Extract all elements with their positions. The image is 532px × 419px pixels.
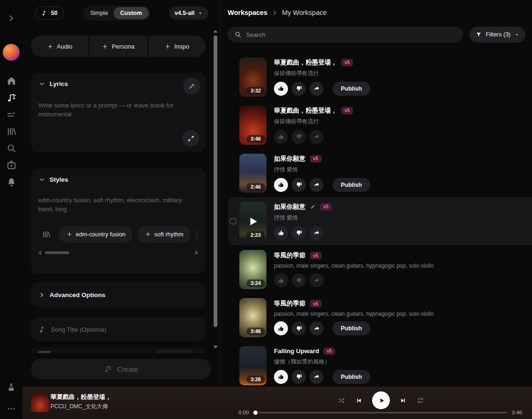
- song-row[interactable]: 2:46 如果你願意 v5 抒情 愛情 Publish: [228, 149, 532, 197]
- search-input[interactable]: [246, 31, 456, 38]
- model-select[interactable]: v4.5-all: [169, 7, 208, 20]
- dislike-button[interactable]: [292, 178, 306, 192]
- styles-input[interactable]: edm-country fusion, soft rhythm, electro…: [38, 196, 195, 214]
- share-button[interactable]: [309, 178, 324, 192]
- shuffle-icon[interactable]: [338, 397, 345, 405]
- styles-library-icon[interactable]: [42, 230, 51, 239]
- dislike-button[interactable]: [292, 82, 306, 96]
- like-button[interactable]: [274, 273, 288, 287]
- song-row-selected[interactable]: 2:23 如果你願意 v5 抒情 愛情: [228, 197, 532, 245]
- share-button[interactable]: [309, 130, 324, 144]
- like-button[interactable]: [274, 82, 288, 96]
- filters-button[interactable]: Filters (3): [469, 27, 525, 43]
- song-row[interactable]: 3:32 華夏戲曲，粉墨登場， v5 保留傳統帶有流行 P: [228, 53, 532, 101]
- scroll-right-icon[interactable]: [195, 250, 198, 255]
- like-button[interactable]: [274, 130, 288, 144]
- advanced-options-card[interactable]: Advanced Options: [31, 282, 206, 307]
- select-checkbox[interactable]: [230, 218, 236, 224]
- publish-button[interactable]: Publish: [332, 370, 370, 384]
- create-button[interactable]: Create: [31, 359, 211, 379]
- share-button[interactable]: [309, 370, 324, 384]
- mode-simple-button[interactable]: Simple: [85, 7, 114, 19]
- publish-button[interactable]: Publish: [332, 82, 370, 96]
- player-artist[interactable]: PCCU_DMC_文化大傳: [50, 403, 111, 411]
- like-button[interactable]: [274, 321, 288, 335]
- scroll-up-icon[interactable]: [213, 30, 218, 33]
- song-row[interactable]: 3:24 等風的季節 v5 passion, male singers, cle…: [228, 245, 532, 293]
- previous-track-icon[interactable]: [355, 397, 363, 405]
- search-nav-icon[interactable]: [6, 143, 17, 154]
- style-chip[interactable]: soft rhythm: [137, 226, 191, 243]
- expand-sidebar-icon[interactable]: [7, 14, 15, 22]
- share-button[interactable]: [309, 82, 324, 96]
- create-icon[interactable]: [6, 92, 17, 103]
- personas-icon[interactable]: [6, 109, 17, 120]
- credits-pill[interactable]: 50: [35, 7, 64, 20]
- add-inspo-button[interactable]: Inspo: [148, 36, 206, 57]
- publish-button[interactable]: Publish: [332, 321, 370, 335]
- song-title[interactable]: 等風的季節: [274, 251, 306, 260]
- player-song-title[interactable]: 華夏戲曲，粉墨登場，: [50, 393, 111, 401]
- generate-lyrics-button[interactable]: [183, 78, 200, 94]
- more-options-icon[interactable]: [7, 404, 16, 413]
- labs-flask-icon[interactable]: [7, 383, 16, 392]
- publish-button[interactable]: Publish: [332, 178, 370, 192]
- like-button[interactable]: [274, 370, 288, 384]
- song-thumbnail[interactable]: 3:28: [239, 346, 266, 385]
- seek-track[interactable]: [259, 412, 507, 413]
- song-title[interactable]: 如果你願意: [274, 203, 306, 211]
- song-thumbnail[interactable]: 3:24: [239, 250, 266, 289]
- panel-scrollbar[interactable]: [213, 30, 218, 348]
- song-title[interactable]: 等風的季節: [274, 299, 306, 308]
- play-button[interactable]: [372, 391, 390, 409]
- song-thumbnail[interactable]: 3:32: [239, 57, 266, 97]
- lyrics-header[interactable]: Lyrics: [38, 80, 198, 87]
- mode-custom-button[interactable]: Custom: [114, 7, 149, 19]
- breadcrumb-current[interactable]: My Workspace: [282, 9, 327, 16]
- styles-header[interactable]: Styles: [38, 176, 198, 183]
- breadcrumb-workspaces[interactable]: Workspaces: [228, 9, 267, 16]
- style-chip[interactable]: electroclash: [195, 226, 198, 243]
- chips-scrollbar[interactable]: [38, 250, 198, 255]
- scrollbar-thumb[interactable]: [214, 36, 217, 327]
- library-icon[interactable]: [6, 126, 17, 137]
- like-button[interactable]: [274, 226, 288, 240]
- next-track-icon[interactable]: [399, 397, 407, 405]
- song-title[interactable]: 如果你願意: [274, 155, 306, 163]
- notifications-icon[interactable]: [6, 177, 17, 187]
- song-title[interactable]: 華夏戲曲，粉墨登場，: [274, 58, 337, 67]
- home-icon[interactable]: [6, 76, 17, 86]
- search-box[interactable]: [228, 27, 463, 43]
- scroll-left-icon[interactable]: [38, 250, 41, 255]
- seek-handle[interactable]: [253, 411, 258, 415]
- song-row[interactable]: 3:46 華夏戲曲，粉墨登場， v5 保留傳統帶有流行: [228, 101, 532, 149]
- repeat-icon[interactable]: [417, 397, 424, 405]
- share-button[interactable]: [309, 273, 324, 287]
- song-thumbnail[interactable]: 2:23: [239, 202, 266, 241]
- song-thumbnail[interactable]: 3:46: [239, 106, 266, 145]
- dislike-button[interactable]: [292, 226, 306, 240]
- add-audio-button[interactable]: Audio: [31, 36, 88, 57]
- like-button[interactable]: [274, 178, 288, 192]
- edit-pencil-icon[interactable]: [310, 204, 316, 210]
- style-chip[interactable]: edm-country fusion: [59, 226, 133, 243]
- scroll-down-icon[interactable]: [213, 346, 218, 348]
- add-persona-button[interactable]: Persona: [89, 36, 147, 57]
- dislike-button[interactable]: [292, 321, 306, 335]
- dislike-button[interactable]: [292, 130, 306, 144]
- dislike-button[interactable]: [292, 370, 306, 384]
- app-logo[interactable]: [3, 44, 20, 61]
- player-thumbnail[interactable]: [31, 393, 50, 412]
- song-title[interactable]: 華夏戲曲，粉墨登場，: [274, 107, 337, 115]
- seek-bar[interactable]: [253, 411, 507, 415]
- expand-lyrics-button[interactable]: [182, 130, 199, 147]
- dislike-button[interactable]: [292, 273, 306, 287]
- playlists-icon[interactable]: [6, 160, 17, 170]
- song-title[interactable]: Falling Upward: [274, 348, 319, 355]
- share-button[interactable]: [309, 226, 324, 240]
- scrollbar-thumb[interactable]: [45, 251, 69, 254]
- song-thumbnail[interactable]: 3:46: [239, 298, 266, 337]
- song-row[interactable]: 3:28 Falling Upward v5 慵懶（魏如萱的風格）: [228, 341, 532, 387]
- song-thumbnail[interactable]: 2:46: [239, 154, 266, 193]
- song-title-field[interactable]: Song Title (Optional): [31, 317, 206, 341]
